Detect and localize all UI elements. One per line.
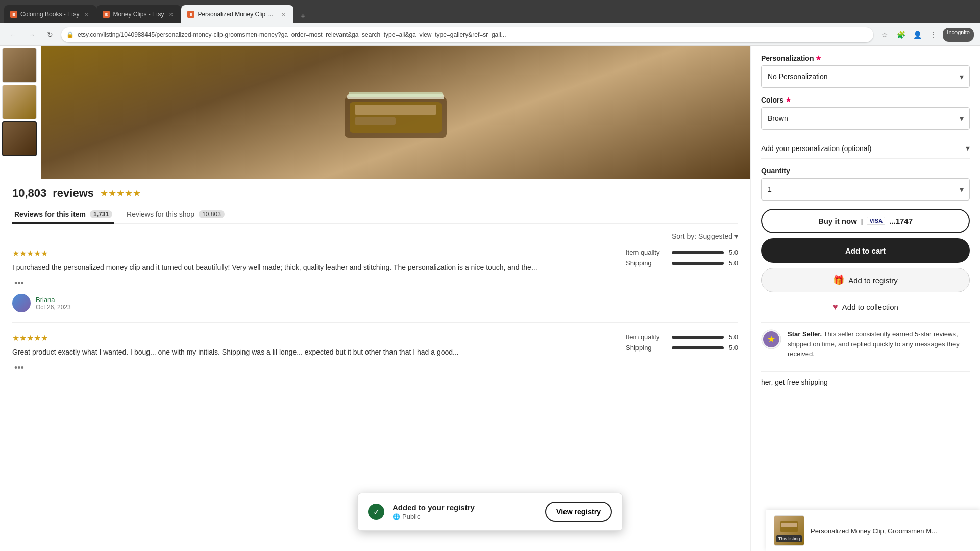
reviews-header: 10,803 reviews ★★★★★ Reviews for this it… — [12, 187, 738, 224]
tabs-bar: E Coloring Books - Etsy ✕ E Money Clips … — [4, 0, 310, 23]
sort-row: Sort by: Suggested ▾ — [12, 232, 738, 240]
tab-reviews-shop-label: Reviews for this shop — [127, 210, 194, 218]
metric-quality-label-2: Item quality — [626, 333, 667, 341]
overall-stars: ★★★★★ — [100, 188, 141, 199]
tab-personalized-clip[interactable]: E Personalized Money Clip Groo... ✕ — [181, 5, 293, 23]
right-panel: Personalization ★ No Personalization ▾ C… — [750, 46, 980, 551]
thumbnail-2[interactable] — [2, 85, 37, 119]
tab-reviews-shop[interactable]: Reviews for this shop 10,803 — [125, 206, 227, 224]
review-left-2: ★★★★★ Great product exactly what I wante… — [12, 333, 618, 373]
heart-icon: ♥ — [832, 302, 838, 312]
review-metrics-1: Item quality 5.0 Shipping 5.0 — [626, 248, 738, 312]
reviewer-name-1[interactable]: Briana — [36, 296, 71, 304]
personalization-optional-toggle[interactable]: Add your personalization (optional) ▾ — [761, 138, 970, 159]
bookmark-button[interactable]: ☆ — [877, 28, 892, 42]
review-more-1[interactable]: ••• — [12, 278, 26, 289]
product-rec-title: Personalized Money Clip, Groomsmen M... — [811, 527, 972, 535]
public-icon: 🌐 — [393, 513, 400, 520]
review-text-1: I purchased the personalized money clip … — [12, 262, 618, 273]
back-button[interactable]: ← — [6, 28, 20, 42]
thumbnails — [0, 46, 41, 179]
quantity-field: Quantity 1 ▾ — [761, 167, 970, 201]
add-to-collection-button[interactable]: ♥ Add to collection — [761, 297, 970, 316]
svg-rect-5 — [349, 92, 443, 97]
this-listing-badge: This listing — [776, 535, 802, 542]
visa-logo: VISA — [867, 217, 885, 225]
reviewer-info-1: Briana Oct 26, 2023 — [36, 296, 71, 311]
forward-button[interactable]: → — [24, 28, 39, 42]
registry-icon: 🎁 — [833, 274, 844, 286]
account-button[interactable]: 👤 — [910, 28, 924, 42]
lock-icon: 🔒 — [66, 31, 74, 38]
browser-chrome: E Coloring Books - Etsy ✕ E Money Clips … — [0, 0, 980, 23]
review-item-2: ★★★★★ Great product exactly what I wante… — [12, 333, 738, 384]
tab-favicon-3: E — [187, 11, 194, 18]
metric-shipping-value-2: 5.0 — [729, 344, 738, 352]
buy-now-label: Buy it now — [818, 217, 857, 226]
svg-rect-10 — [781, 523, 797, 527]
personalization-select-wrapper: No Personalization ▾ — [761, 65, 970, 88]
tab-reviews-shop-count: 10,803 — [199, 210, 225, 218]
colors-select-wrapper: Brown ▾ — [761, 107, 970, 130]
metric-quality-bar-bg-1 — [672, 251, 724, 254]
personalization-label-text: Personalization — [761, 54, 814, 62]
colors-label: Colors ★ — [761, 96, 970, 104]
menu-button[interactable]: ⋮ — [926, 28, 941, 42]
quantity-select[interactable]: 1 — [761, 178, 970, 201]
address-input[interactable] — [61, 27, 873, 42]
review-stars-1: ★★★★★ — [12, 248, 618, 258]
left-panel: 10,803 reviews ★★★★★ Reviews for this it… — [0, 46, 750, 551]
tab-coloring-books[interactable]: E Coloring Books - Etsy ✕ — [4, 5, 96, 23]
colors-select[interactable]: Brown — [761, 107, 970, 130]
toast-content: Added to your registry 🌐 Public — [393, 503, 537, 520]
metric-quality-value-1: 5.0 — [729, 248, 738, 256]
personalization-label: Personalization ★ — [761, 54, 970, 62]
metric-quality-bar-bg-2 — [672, 336, 724, 339]
sort-button[interactable]: Sort by: Suggested ▾ — [672, 232, 738, 240]
thumbnail-1[interactable] — [2, 48, 37, 83]
metric-quality-label-1: Item quality — [626, 248, 667, 256]
incognito-badge: Incognito — [943, 28, 974, 42]
reviewer-date-1: Oct 26, 2023 — [36, 304, 71, 311]
review-item-1: ★★★★★ I purchased the personalized money… — [12, 248, 738, 323]
tab-close-3[interactable]: ✕ — [279, 10, 287, 18]
tab-title-1: Coloring Books - Etsy — [20, 11, 79, 18]
tab-close-1[interactable]: ✕ — [82, 10, 90, 18]
card-last4: ...1747 — [889, 217, 913, 226]
add-to-cart-button[interactable]: Add to cart — [761, 238, 970, 263]
star-seller-text: Star Seller. This seller consistently ea… — [788, 329, 970, 359]
metric-shipping-1: Shipping 5.0 — [626, 259, 738, 267]
review-tabs: Reviews for this item 1,731 Reviews for … — [12, 206, 738, 224]
review-body-2: ★★★★★ Great product exactly what I wante… — [12, 333, 738, 373]
quantity-label: Quantity — [761, 167, 970, 175]
product-rec-image[interactable]: This listing — [774, 515, 804, 546]
reviewer-row-1: Briana Oct 26, 2023 — [12, 294, 618, 312]
registry-label: Add to registry — [848, 276, 898, 285]
add-to-registry-button[interactable]: 🎁 Add to registry — [761, 268, 970, 292]
main-content: 10,803 reviews ★★★★★ Reviews for this it… — [0, 46, 980, 551]
tab-reviews-item[interactable]: Reviews for this item 1,731 — [12, 206, 114, 224]
tab-money-clips[interactable]: E Money Clips - Etsy ✕ — [96, 5, 181, 23]
buy-now-button[interactable]: Buy it now | VISA ...1747 — [761, 209, 970, 233]
extensions-button[interactable]: 🧩 — [894, 28, 908, 42]
metric-shipping-bar-bg-1 — [672, 262, 724, 265]
metric-shipping-label-1: Shipping — [626, 259, 667, 267]
toast-title: Added to your registry — [393, 503, 537, 512]
view-registry-button[interactable]: View registry — [545, 502, 612, 522]
review-count-label: reviews — [53, 187, 94, 200]
reload-button[interactable]: ↻ — [43, 28, 57, 42]
quantity-label-text: Quantity — [761, 167, 790, 175]
tab-close-2[interactable]: ✕ — [167, 10, 175, 18]
review-more-2[interactable]: ••• — [12, 363, 26, 373]
new-tab-button[interactable]: + — [296, 9, 310, 23]
address-bar-row: ← → ↻ 🔒 ☆ 🧩 👤 ⋮ Incognito — [0, 23, 980, 46]
tab-favicon-1: E — [10, 11, 17, 18]
thumbnail-3[interactable] — [2, 121, 37, 156]
colors-required-star: ★ — [786, 96, 791, 104]
personalization-select[interactable]: No Personalization — [761, 65, 970, 88]
tab-favicon-2: E — [103, 11, 110, 18]
tab-reviews-item-label: Reviews for this item — [14, 210, 86, 218]
buy-now-separator: | — [861, 217, 863, 225]
metric-shipping-bar-bg-2 — [672, 346, 724, 349]
review-count-row: 10,803 reviews ★★★★★ — [12, 187, 738, 200]
